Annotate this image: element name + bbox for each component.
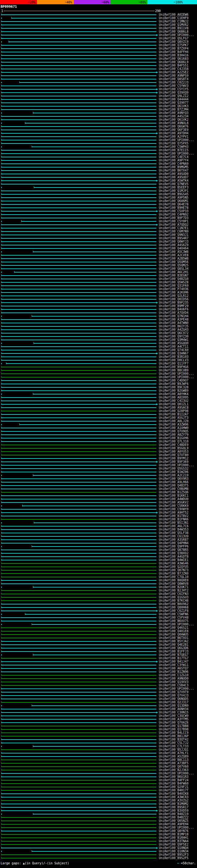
alignment-bar[interactable] bbox=[1, 634, 156, 635]
subject-label[interactable]: UniRef100_A9HT52 bbox=[159, 511, 188, 514]
subject-label[interactable]: UniRef100_Q5WSZ8 bbox=[159, 280, 188, 284]
alignment-bar[interactable] bbox=[1, 780, 156, 780]
subject-label[interactable]: UniRef100_A5ZQ89 bbox=[159, 755, 188, 758]
alignment-row[interactable]: UniRef100_A7QVD4 bbox=[0, 311, 197, 314]
subject-label[interactable]: UniRef100_A4GDT8 bbox=[159, 555, 188, 558]
subject-label[interactable]: UniRef100_A0IEW6 bbox=[159, 13, 188, 16]
alignment-row[interactable]: UniRef100_Q70AZ6 bbox=[0, 721, 197, 724]
alignment-row[interactable]: UniRef100_B5EEF3 bbox=[0, 186, 197, 189]
subject-label[interactable]: UniRef100_C5FV48 bbox=[159, 616, 188, 619]
subject-label[interactable]: UniRef100_A2C219 bbox=[159, 473, 188, 477]
alignment-bar[interactable] bbox=[34, 187, 156, 188]
alignment-bar[interactable] bbox=[1, 736, 156, 737]
alignment-bar[interactable] bbox=[1, 102, 156, 103]
alignment-row[interactable]: UniRef100_C4PN92 bbox=[0, 213, 197, 216]
alignment-row[interactable]: UniRef100_B5YJA2 bbox=[0, 640, 197, 643]
alignment-row[interactable]: UniRef100_B1KKC1 bbox=[0, 494, 197, 497]
alignment-row[interactable]: UniRef100_B9S2F3 bbox=[0, 853, 197, 856]
alignment-bar[interactable] bbox=[1, 279, 156, 279]
alignment-row[interactable]: UniRef100_A7HLY1 bbox=[0, 751, 197, 755]
alignment-bar[interactable] bbox=[1, 844, 156, 845]
alignment-row[interactable]: UniRef100_A73BF5 bbox=[0, 762, 197, 765]
alignment-row[interactable]: UniRef100_Q6V9R3 bbox=[0, 477, 197, 480]
alignment-row[interactable]: UniRef100_B3QT42 bbox=[0, 738, 197, 741]
alignment-row[interactable]: UniRef100_B4H17T bbox=[0, 788, 197, 792]
alignment-bar[interactable] bbox=[1, 336, 156, 337]
alignment-row[interactable]: UniRef100_C5Y0P1 bbox=[0, 220, 197, 223]
alignment-row[interactable]: UniRef100_Q31PA9 bbox=[0, 284, 197, 287]
alignment-row[interactable]: UniRef100_A4GDT8 bbox=[0, 555, 197, 558]
alignment-row[interactable]: UniRef100_Q40464 bbox=[0, 247, 197, 250]
alignment-row[interactable]: UniRef100_Q44444 bbox=[0, 98, 197, 101]
alignment-bar[interactable] bbox=[1, 553, 156, 554]
alignment-bar[interactable] bbox=[33, 113, 156, 113]
alignment-bar[interactable] bbox=[1, 594, 156, 594]
subject-label[interactable]: UniRef100_B5GQL9 bbox=[159, 446, 188, 450]
alignment-row[interactable]: UniRef100_B4W353 bbox=[0, 528, 197, 531]
subject-label[interactable]: UniRef100_Q4BZG0 bbox=[159, 277, 188, 280]
alignment-row[interactable]: UniRef100_Q686L9 bbox=[0, 60, 197, 64]
subject-label[interactable]: UniRef100_B7QEG7 bbox=[159, 653, 188, 656]
subject-label[interactable]: UniRef100_Q39077 bbox=[159, 101, 188, 104]
alignment-row[interactable]: UniRef100_B8CUB9 bbox=[0, 369, 197, 372]
subject-label[interactable]: UniRef100_B9SR17 bbox=[159, 805, 188, 809]
subject-label[interactable]: UniRef100_Q8W0V8 bbox=[159, 582, 188, 585]
alignment-bar[interactable] bbox=[1, 194, 156, 195]
subject-label[interactable]: UniRef100_A3ZW96 bbox=[159, 423, 188, 426]
alignment-row[interactable]: UniRef100_Q80H68 bbox=[0, 606, 197, 609]
alignment-row[interactable]: UniRef100_A9SAC8 bbox=[0, 406, 197, 409]
alignment-bar[interactable] bbox=[1, 48, 156, 49]
alignment-row[interactable]: UniRef100_Q7N1H4 bbox=[0, 314, 197, 318]
alignment-bar[interactable] bbox=[1, 692, 156, 692]
alignment-bar[interactable] bbox=[1, 719, 156, 720]
alignment-bar[interactable] bbox=[1, 604, 156, 604]
alignment-bar[interactable] bbox=[34, 523, 156, 523]
subject-label[interactable]: UniRef100_UPI000... bbox=[159, 152, 194, 155]
alignment-row[interactable]: UniRef100_Q75PX5 bbox=[0, 142, 197, 145]
subject-label[interactable]: UniRef100_C5WPH3 bbox=[159, 145, 188, 148]
alignment-row[interactable]: UniRef100_B40IK8 bbox=[0, 792, 197, 795]
alignment-row[interactable]: UniRef100_Q74C60 bbox=[0, 348, 197, 352]
alignment-bar[interactable] bbox=[1, 285, 156, 286]
subject-label[interactable]: UniRef100_A4S234 bbox=[159, 115, 188, 118]
alignment-row[interactable]: UniRef100_B9MGM5 bbox=[0, 165, 197, 169]
subject-label[interactable]: UniRef100_B9HE78 bbox=[159, 206, 188, 209]
subject-label[interactable]: UniRef100_UPI000... bbox=[159, 138, 194, 142]
alignment-row[interactable]: UniRef100_B1Z5Q6 bbox=[0, 491, 197, 494]
alignment-bar[interactable] bbox=[1, 14, 156, 15]
alignment-row[interactable]: UniRef100_B9FHG6 bbox=[0, 365, 197, 369]
alignment-row[interactable]: UniRef100_B1FNR6 bbox=[0, 518, 197, 521]
alignment-row[interactable]: UniRef100_Q28P98 bbox=[0, 409, 197, 412]
subject-label[interactable]: UniRef100_Q44444 bbox=[159, 98, 188, 101]
alignment-row[interactable]: UniRef100_B4F551 bbox=[0, 64, 197, 67]
alignment-bar[interactable] bbox=[1, 790, 156, 791]
alignment-bar[interactable] bbox=[1, 380, 156, 381]
alignment-row[interactable]: UniRef100_Q10NQ4 bbox=[0, 846, 197, 849]
alignment-row[interactable]: UniRef100_B9C328 bbox=[0, 385, 197, 389]
alignment-row[interactable]: UniRef100_B4LCC9 bbox=[0, 731, 197, 734]
alignment-row[interactable]: UniRef100_A2B5W8 bbox=[0, 257, 197, 260]
subject-label[interactable]: UniRef100_C5XP33 bbox=[159, 209, 188, 213]
subject-label[interactable]: UniRef100_B9S2F3 bbox=[159, 853, 188, 856]
alignment-row[interactable]: UniRef100_A9TDH4 bbox=[0, 131, 197, 135]
alignment-bar[interactable] bbox=[1, 478, 156, 479]
subject-label[interactable]: UniRef100_Q9PFP6 bbox=[159, 545, 188, 548]
subject-label[interactable]: UniRef100_A5GKV2 bbox=[159, 501, 188, 504]
alignment-row[interactable]: UniRef100_C1EHF9 bbox=[0, 16, 197, 20]
subject-label[interactable]: UniRef100_Q7NEV5 bbox=[159, 182, 188, 186]
alignment-row[interactable]: UniRef100_C1N7E1 bbox=[0, 226, 197, 230]
alignment-bar[interactable] bbox=[1, 516, 156, 516]
subject-label[interactable]: UniRef100_B41J47 bbox=[159, 660, 188, 663]
alignment-bar[interactable] bbox=[1, 25, 156, 25]
alignment-bar[interactable] bbox=[1, 468, 156, 469]
alignment-bar[interactable] bbox=[1, 235, 156, 235]
subject-label[interactable]: UniRef100_C3YW11 bbox=[159, 663, 188, 666]
alignment-row[interactable]: UniRef100_A1UHW0 bbox=[0, 426, 197, 430]
subject-label[interactable]: UniRef100_A9PEH4 bbox=[159, 823, 188, 826]
alignment-row[interactable]: UniRef100_A1KUH6 bbox=[0, 291, 197, 294]
alignment-row[interactable]: UniRef100_B7QEG7 bbox=[0, 653, 197, 656]
alignment-bar[interactable] bbox=[34, 343, 156, 344]
alignment-bar[interactable] bbox=[1, 326, 156, 327]
subject-label[interactable]: UniRef100_Q7L310 bbox=[159, 440, 188, 443]
alignment-bar[interactable] bbox=[33, 746, 156, 747]
